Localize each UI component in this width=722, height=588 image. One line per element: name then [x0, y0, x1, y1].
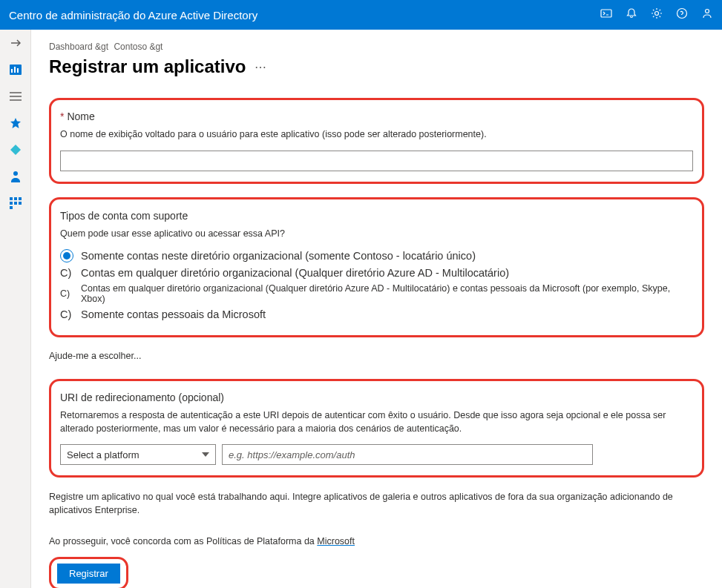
more-options-icon[interactable]: ⋯: [255, 60, 266, 74]
redirect-uri-desc: Retornaremos a resposta de autenticação …: [60, 409, 693, 435]
svg-rect-18: [10, 206, 13, 209]
radio-unselected-icon: C): [60, 308, 73, 320]
header-icons: [600, 7, 713, 22]
svg-rect-0: [601, 10, 611, 17]
policy-link[interactable]: Microsoft: [317, 536, 355, 546]
required-star-icon: *: [60, 110, 64, 122]
users-icon[interactable]: [8, 169, 23, 184]
account-types-title: Tipos de conta com suporte: [60, 210, 693, 222]
name-section-highlight: *Nome O nome de exibição voltado para o …: [49, 98, 704, 184]
app-name-input[interactable]: [60, 151, 693, 171]
policy-text: Ao prosseguir, você concorda com as Polí…: [49, 536, 704, 546]
platform-select-value: Select a platform: [67, 449, 140, 460]
redirect-uri-highlight: URI de redirecionamento (opcional) Retor…: [49, 379, 704, 478]
enterprise-apps-note: Registre um aplicativo no qual você está…: [49, 491, 704, 517]
svg-rect-12: [10, 197, 13, 200]
page-title: Registrar um aplicativo: [49, 56, 246, 77]
top-header: Centro de administração do Azure Active …: [0, 0, 722, 30]
notifications-icon[interactable]: [626, 7, 637, 22]
svg-point-11: [13, 171, 18, 176]
register-button[interactable]: Registrar: [57, 564, 120, 584]
account-option-single-tenant[interactable]: Somente contas neste diretório organizac…: [60, 249, 693, 262]
register-button-highlight: Registrar: [49, 557, 128, 588]
all-services-icon[interactable]: [8, 89, 23, 104]
svg-rect-15: [10, 202, 13, 205]
enterprise-apps-icon[interactable]: [8, 196, 23, 211]
svg-rect-14: [19, 197, 22, 200]
main-content: Dashboard &gt Contoso &gt Registrar um a…: [31, 30, 722, 588]
svg-rect-7: [17, 68, 19, 73]
expand-menu-icon[interactable]: [8, 36, 23, 50]
svg-point-1: [655, 12, 659, 16]
svg-rect-13: [14, 197, 17, 200]
radio-unselected-icon: C): [60, 288, 73, 299]
account-option-personal-only[interactable]: C) Somente contas pessoais da Microsoft: [60, 308, 693, 320]
redirect-uri-input[interactable]: [222, 444, 593, 465]
cloud-shell-icon[interactable]: [600, 7, 612, 22]
breadcrumb: Dashboard &gt Contoso &gt: [49, 42, 704, 52]
svg-rect-5: [11, 69, 13, 73]
name-label: *Nome: [60, 110, 693, 122]
help-me-choose-link[interactable]: Ajude-me a escolher...: [49, 351, 704, 361]
platform-select[interactable]: Select a platform: [60, 444, 216, 465]
dashboard-icon[interactable]: [8, 62, 23, 77]
account-types-question: Quem pode usar esse aplicativo ou acessa…: [60, 228, 693, 241]
account-types-highlight: Tipos de conta com suporte Quem pode usa…: [49, 197, 704, 338]
settings-icon[interactable]: [651, 7, 663, 22]
svg-rect-17: [19, 202, 22, 205]
portal-title: Centro de administração do Azure Active …: [9, 9, 257, 22]
account-icon[interactable]: [701, 7, 713, 22]
svg-rect-16: [14, 202, 17, 205]
help-icon[interactable]: [676, 7, 688, 22]
favorites-icon[interactable]: [8, 116, 23, 131]
chevron-down-icon: [202, 452, 209, 457]
azure-ad-icon[interactable]: [8, 142, 23, 157]
radio-unselected-icon: C): [60, 267, 73, 279]
breadcrumb-item-dashboard[interactable]: Dashboard &gt: [49, 42, 108, 52]
account-option-multi-personal[interactable]: C) Contas em qualquer diretório organiza…: [60, 283, 693, 304]
radio-selected-icon: [60, 249, 73, 262]
sidebar: [0, 30, 31, 588]
account-option-multi-tenant[interactable]: C) Contas em qualquer diretório organiza…: [60, 267, 693, 279]
svg-point-3: [706, 10, 709, 13]
svg-rect-6: [14, 67, 16, 73]
breadcrumb-item-contoso[interactable]: Contoso &gt: [114, 42, 163, 52]
name-description: O nome de exibição voltado para o usuári…: [60, 128, 693, 142]
redirect-uri-title: URI de redirecionamento (opcional): [60, 392, 693, 403]
